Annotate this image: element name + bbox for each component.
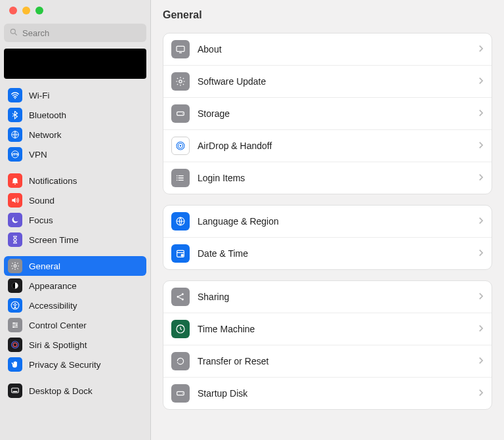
vpn-icon: VPN — [8, 147, 22, 162]
settings-row-label: Storage — [198, 108, 470, 119]
sidebar-item-screen-time[interactable]: Screen Time — [4, 230, 146, 250]
sidebar-item-label: Bluetooth — [29, 110, 66, 120]
dock-icon — [8, 384, 22, 398]
sidebar-item-label: VPN — [29, 150, 47, 160]
svg-point-12 — [16, 324, 17, 326]
settings-row-login-items[interactable]: Login Items — [163, 162, 492, 194]
sidebar-item-label: Appearance — [29, 281, 77, 291]
chevron-right-icon — [478, 291, 484, 303]
chevron-right-icon — [478, 76, 484, 87]
globe-icon — [171, 212, 190, 231]
list-icon — [171, 169, 190, 187]
svg-rect-18 — [177, 46, 184, 51]
settings-row-transfer-or-reset[interactable]: Transfer or Reset — [163, 345, 492, 378]
svg-point-15 — [13, 343, 17, 347]
chevron-right-icon — [478, 215, 484, 227]
svg-point-31 — [177, 296, 179, 298]
sidebar-item-bluetooth[interactable]: Bluetooth — [4, 105, 146, 125]
settings-row-label: About — [198, 44, 470, 55]
svg-point-25 — [177, 175, 178, 177]
settings-row-label: AirDrop & Handoff — [198, 141, 470, 151]
svg-rect-17 — [13, 391, 18, 392]
sidebar-item-accessibility[interactable]: Accessibility — [4, 296, 146, 315]
settings-row-airdrop-handoff[interactable]: AirDrop & Handoff — [163, 130, 492, 162]
settings-row-label: Time Machine — [198, 324, 470, 334]
svg-point-19 — [179, 80, 182, 83]
airdrop-icon — [171, 137, 190, 155]
svg-point-2 — [14, 98, 16, 99]
gear-icon — [171, 72, 190, 91]
svg-point-14 — [12, 341, 19, 349]
svg-point-27 — [177, 180, 178, 181]
svg-point-6 — [14, 183, 16, 185]
settings-row-label: Sharing — [198, 292, 470, 302]
sidebar-list: Wi-FiBluetoothNetworkVPNVPNNotifications… — [0, 85, 150, 440]
bell-icon — [8, 173, 22, 188]
settings-row-label: Date & Time — [198, 248, 470, 259]
svg-point-13 — [13, 326, 14, 328]
settings-row-label: Software Update — [198, 76, 470, 87]
sidebar-item-control-center[interactable]: Control Center — [4, 315, 146, 335]
sidebar-item-label: Focus — [29, 215, 53, 225]
settings-row-sharing[interactable]: Sharing — [163, 281, 492, 313]
drive-icon — [171, 104, 190, 123]
settings-group: SharingTime MachineTransfer or ResetStar… — [163, 280, 492, 410]
sidebar-item-network[interactable]: Network — [4, 125, 146, 144]
sidebar-item-label: Accessibility — [29, 301, 77, 311]
chevron-right-icon — [478, 140, 484, 152]
sidebar-item-siri-spotlight[interactable]: Siri & Spotlight — [4, 335, 146, 355]
sidebar-item-label: Privacy & Security — [29, 360, 101, 370]
svg-point-24 — [180, 145, 182, 147]
sidebar-item-general[interactable]: General — [4, 256, 146, 276]
sidebar-item-label: Screen Time — [29, 235, 79, 245]
svg-line-1 — [15, 33, 17, 35]
sidebar-item-label: Desktop & Dock — [29, 386, 93, 396]
sidebar-item-label: General — [29, 261, 60, 271]
settings-row-about[interactable]: About — [163, 33, 492, 66]
sidebar-item-notifications[interactable]: Notifications — [4, 171, 146, 190]
settings-row-date-time[interactable]: Date & Time — [163, 238, 492, 269]
sidebar-item-focus[interactable]: Focus — [4, 210, 146, 230]
hand-icon — [8, 357, 22, 372]
settings-row-software-update[interactable]: Software Update — [163, 66, 492, 98]
svg-point-30 — [181, 254, 184, 257]
chevron-right-icon — [478, 172, 484, 184]
settings-group: Language & RegionDate & Time — [163, 205, 492, 270]
sidebar-item-desktop-dock[interactable]: Desktop & Dock — [4, 381, 146, 401]
settings-row-storage[interactable]: Storage — [163, 98, 492, 130]
gear-icon — [8, 259, 22, 273]
svg-point-33 — [182, 299, 184, 301]
settings-row-startup-disk[interactable]: Startup Disk — [163, 378, 492, 409]
sidebar-item-label: Network — [29, 130, 62, 140]
settings-group: AboutSoftware UpdateStorageAirDrop & Han… — [163, 33, 492, 194]
svg-point-26 — [177, 177, 178, 179]
svg-point-36 — [182, 393, 183, 393]
svg-point-0 — [10, 29, 15, 33]
search-input[interactable]: Search — [4, 24, 146, 42]
svg-point-7 — [14, 265, 16, 267]
sidebar-item-privacy-security[interactable]: Privacy & Security — [4, 355, 146, 374]
sidebar-item-sound[interactable]: Sound — [4, 190, 146, 210]
chevron-right-icon — [478, 43, 484, 55]
sidebar-item-appearance[interactable]: Appearance — [4, 276, 146, 296]
search-placeholder: Search — [22, 28, 49, 38]
sidebar-item-label: Wi-Fi — [29, 91, 49, 100]
svg-point-32 — [182, 294, 184, 296]
moon-icon — [8, 213, 22, 227]
settings-row-time-machine[interactable]: Time Machine — [163, 313, 492, 345]
settings-row-label: Language & Region — [198, 216, 470, 227]
svg-point-21 — [182, 113, 183, 114]
sidebar-item-label: Control Center — [29, 320, 87, 330]
sidebar-item-vpn[interactable]: VPNVPN — [4, 144, 146, 164]
window-controls — [0, 7, 150, 14]
account-block[interactable] — [4, 49, 146, 79]
fullscreen-icon[interactable] — [35, 7, 43, 14]
settings-row-label: Startup Disk — [198, 388, 470, 399]
wifi-icon — [8, 88, 22, 102]
settings-row-language-region[interactable]: Language & Region — [163, 206, 492, 238]
close-icon[interactable] — [9, 7, 17, 14]
minimize-icon[interactable] — [22, 7, 30, 14]
sidebar-item-label: Notifications — [29, 176, 77, 186]
speaker-icon — [8, 193, 22, 208]
sidebar-item-wi-fi[interactable]: Wi-Fi — [4, 85, 146, 105]
